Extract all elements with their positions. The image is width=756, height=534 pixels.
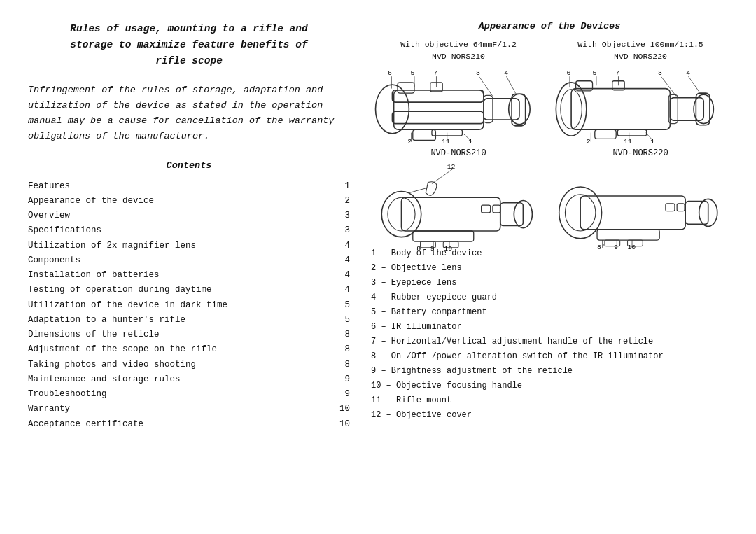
toc-page: 4 (335, 283, 350, 297)
svg-rect-81 (677, 203, 685, 211)
svg-text:3: 3 (476, 69, 480, 77)
toc-item: Troubleshooting (28, 387, 335, 402)
parts-list-item: 3 – Eyepiece lens (371, 276, 728, 290)
parts-list-item: 7 – Horizontal/Vertical adjustment handl… (371, 335, 728, 349)
toc-row: Troubleshooting9 (28, 387, 350, 402)
svg-text:9: 9 (430, 245, 435, 252)
device1-bottom-diagram: 12 (371, 161, 546, 238)
device2-bottom-block: NVD-NORS220 (553, 148, 728, 238)
toc-row: Adjustment of the scope on the rifle8 (28, 342, 350, 357)
toc-page: 10 (335, 402, 350, 416)
svg-text:3: 3 (658, 69, 662, 77)
toc-row: Components4 (28, 253, 350, 268)
parts-list-item: 5 – Battery compartment (371, 305, 728, 320)
appearance-title: Appearance of the Devices (371, 21, 728, 31)
svg-text:10: 10 (628, 244, 636, 251)
device2-top-diagram: 6 5 7 3 4 (553, 66, 728, 143)
right-column: Appearance of the Devices With objective… (371, 21, 728, 432)
svg-rect-76 (580, 195, 685, 229)
toc-item: Testing of operation during daytime (28, 283, 335, 297)
svg-line-59 (409, 188, 428, 193)
parts-list-item: 12 – Objective cover (371, 408, 728, 423)
svg-text:10: 10 (444, 245, 452, 252)
svg-rect-41 (595, 129, 616, 139)
svg-line-48 (688, 76, 699, 92)
svg-text:4: 4 (686, 69, 690, 77)
toc-item: Dimensions of the reticle (28, 328, 335, 342)
toc-page: 1 (335, 179, 350, 194)
toc-row: Dimensions of the reticle8 (28, 328, 350, 342)
page-container: Rules of usage, mounting to a rifle and … (28, 21, 728, 432)
svg-rect-64 (482, 205, 491, 213)
toc-item: Adaptation to a hunter's rifle (28, 313, 335, 328)
parts-list-item: 6 – IR illuminator (371, 320, 728, 335)
toc-row: Utilization of 2x magnifier lens4 (28, 239, 350, 253)
toc-row: Appearance of the device2 (28, 194, 350, 209)
device2-bottom-diagram: 8' 9 10 (553, 161, 728, 238)
toc-item: Overview (28, 209, 335, 223)
toc-row: Overview3 (28, 209, 350, 223)
toc-row: Testing of operation during daytime4 (28, 283, 350, 297)
svg-rect-61 (413, 230, 474, 241)
device1-top-svg: 6 5 7 3 4 (371, 66, 546, 150)
device1-top-diagram: 6 5 7 3 4 (371, 66, 546, 143)
toc-row: Taking photos and video shooting8 (28, 358, 350, 372)
toc-row: Utilization of the device in dark time5 (28, 298, 350, 313)
device2-bottom-svg: 8' 9 10 (553, 161, 728, 252)
toc-item: Acceptance certificate (28, 417, 335, 432)
device2-label: With Objective 100mm/1:1.5 NVD-NORS220 (553, 38, 728, 63)
svg-text:11: 11 (624, 137, 632, 145)
svg-rect-7 (392, 111, 483, 123)
toc-row: Warranty10 (28, 402, 350, 416)
toc-page: 10 (335, 417, 350, 432)
parts-list: 1 – Body of the device2 – Objective lens… (371, 246, 728, 423)
svg-rect-83 (685, 201, 708, 224)
svg-line-56 (432, 169, 452, 183)
device2-top-svg: 6 5 7 3 4 (553, 66, 728, 150)
toc-page: 8 (335, 358, 350, 372)
toc-item: Warranty (28, 402, 335, 416)
parts-list-item: 8 – On /Off /power alteration switch of … (371, 349, 728, 364)
toc-item: Components (28, 253, 335, 268)
parts-list-item: 9 – Brightness adjustment of the reticle (371, 364, 728, 379)
toc-item: Features (28, 179, 335, 194)
svg-line-20 (479, 76, 493, 96)
svg-rect-12 (484, 98, 519, 119)
parts-list-item: 2 – Objective lens (371, 261, 728, 276)
device1-label: With objective 64mmF/1.2 NVD-NORS210 (371, 38, 546, 63)
toc-page: 4 (335, 268, 350, 283)
parts-list-item: 11 – Rifle mount (371, 393, 728, 408)
toc-item: Appearance of the device (28, 194, 335, 209)
svg-text:4: 4 (504, 69, 508, 77)
toc-page: 8 (335, 328, 350, 342)
toc-item: Specifications (28, 223, 335, 238)
toc-item: Taking photos and video shooting (28, 358, 335, 372)
svg-rect-67 (500, 202, 524, 225)
toc-row: Installation of batteries4 (28, 268, 350, 283)
toc-page: 5 (335, 313, 350, 328)
toc-page: 3 (335, 223, 350, 238)
svg-text:7: 7 (433, 69, 438, 77)
toc-page: 4 (335, 253, 350, 268)
toc-row: Maintenance and storage rules9 (28, 372, 350, 387)
left-column: Rules of usage, mounting to a rifle and … (28, 21, 350, 432)
parts-list-item: 4 – Rubber eyepiece guard (371, 290, 728, 305)
intro-paragraph: Infringement of the rules of storage, ad… (28, 83, 350, 145)
svg-rect-77 (597, 229, 659, 239)
toc-item: Utilization of 2x magnifier lens (28, 239, 335, 253)
toc-page: 2 (335, 194, 350, 209)
toc-page: 8 (335, 342, 350, 357)
svg-rect-42 (617, 129, 646, 136)
toc-row: Features1 (28, 179, 350, 194)
toc-item: Maintenance and storage rules (28, 372, 335, 387)
top-diagrams: With objective 64mmF/1.2 NVD-NORS210 6 5… (371, 38, 728, 143)
device2-bottom-model: NVD-NORS220 (553, 148, 728, 158)
toc-item: Adjustment of the scope on the rifle (28, 342, 335, 357)
svg-rect-80 (666, 203, 675, 211)
svg-rect-39 (670, 97, 704, 120)
device1-bottom-svg: 12 (371, 161, 546, 252)
svg-text:5: 5 (411, 69, 415, 77)
svg-text:2: 2 (587, 137, 591, 145)
svg-text:12: 12 (447, 162, 456, 170)
device1-bottom-block: NVD-NORS210 12 (371, 148, 546, 238)
